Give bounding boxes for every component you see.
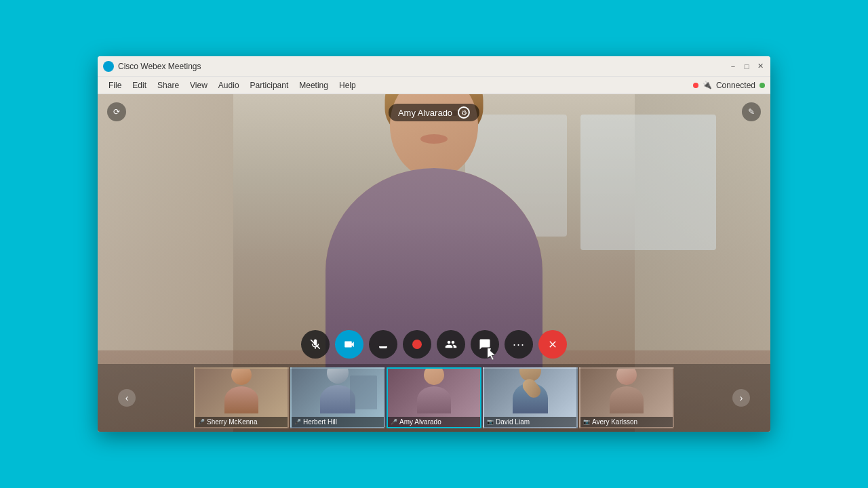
close-button[interactable]: ✕ — [755, 62, 765, 71]
thumbnail-amy-alvarado[interactable]: 🎤 Amy Alvarado — [387, 367, 481, 428]
prev-thumbnail-button[interactable]: ‹ — [118, 389, 136, 407]
share-button[interactable] — [369, 330, 397, 359]
thumbnail-label-david: 📷 David Liam — [484, 417, 576, 427]
app-window: Cisco Webex Meetings − □ ✕ File Edit Sha… — [98, 56, 770, 432]
menu-view[interactable]: View — [184, 79, 213, 92]
menu-participant[interactable]: Participant — [245, 79, 294, 92]
connected-status: Connected — [716, 81, 755, 90]
thumbnail-label-avery: 📷 Avery Karlsson — [580, 417, 673, 427]
maximize-button[interactable]: □ — [742, 62, 751, 71]
next-thumbnail-button[interactable]: › — [732, 389, 750, 407]
thumb-name-amy: Amy Alvarado — [399, 418, 441, 426]
thumbnail-sherry-mckenna[interactable]: 🎤 Sherry McKenna — [194, 367, 289, 428]
thumb-mic-icon-herbert: 🎤 — [294, 419, 301, 425]
thumbnail-david-liam[interactable]: 📷 David Liam — [483, 367, 578, 428]
note-icon[interactable]: ✎ — [742, 102, 761, 121]
thumbnail-herbert-hill[interactable]: 🎤 Herbert Hill — [290, 367, 385, 428]
thumb-name-herbert: Herbert Hill — [303, 418, 337, 426]
mute-button[interactable] — [301, 330, 330, 359]
microphone-icon: 🔌 — [703, 81, 712, 89]
record-dot — [412, 340, 422, 349]
thumbnail-strip: ‹ 🎤 Sherry McKenna — [98, 364, 770, 432]
menu-bar-right: 🔌 Connected — [693, 81, 765, 90]
speaker-settings-icon[interactable]: ⚙ — [458, 106, 470, 119]
thumb-mic-icon-david: 📷 — [487, 419, 494, 425]
speaker-name-text: Amy Alvarado — [398, 108, 452, 118]
thumb-mic-icon-amy: 🎤 — [391, 419, 397, 425]
menu-meeting[interactable]: Meeting — [294, 79, 334, 92]
camera-button[interactable] — [335, 330, 363, 359]
thumb-name-david: David Liam — [496, 418, 530, 426]
control-bar: ··· — [301, 330, 567, 359]
main-video-area: Amy Alvarado ⚙ ⟳ ✎ — [98, 94, 770, 432]
menu-bar: File Edit Share View Audio Participant M… — [98, 77, 770, 94]
thumbnail-label-amy: 🎤 Amy Alvarado — [388, 417, 480, 427]
menu-file[interactable]: File — [103, 79, 127, 92]
menu-help[interactable]: Help — [334, 79, 361, 92]
menu-edit[interactable]: Edit — [127, 79, 152, 92]
menu-audio[interactable]: Audio — [213, 79, 245, 92]
title-bar: Cisco Webex Meetings − □ ✕ — [98, 56, 770, 77]
refresh-icon[interactable]: ⟳ — [107, 102, 126, 121]
thumb-mic-icon-sherry: 🎤 — [198, 419, 205, 425]
thumbnail-label-sherry: 🎤 Sherry McKenna — [195, 417, 288, 427]
chat-button[interactable] — [471, 330, 499, 359]
thumbnail-label-herbert: 🎤 Herbert Hill — [292, 417, 384, 427]
minimize-button[interactable]: − — [728, 62, 738, 71]
app-logo — [103, 61, 114, 72]
window-title: Cisco Webex Meetings — [118, 62, 728, 71]
thumbnail-avery-karlsson[interactable]: 📷 Avery Karlsson — [579, 367, 674, 428]
end-call-button[interactable] — [538, 330, 567, 359]
participants-button[interactable] — [437, 330, 465, 359]
speaker-name-badge: Amy Alvarado ⚙ — [389, 104, 479, 121]
thumb-mic-icon-avery: 📷 — [583, 419, 590, 425]
window-controls: − □ ✕ — [728, 62, 765, 71]
thumbnail-list: 🎤 Sherry McKenna 🎤 — [137, 367, 731, 428]
more-button[interactable]: ··· — [505, 330, 533, 359]
menu-share[interactable]: Share — [152, 79, 184, 92]
thumb-name-sherry: Sherry McKenna — [207, 418, 257, 426]
record-button[interactable] — [403, 330, 431, 359]
thumb-name-avery: Avery Karlsson — [592, 418, 637, 426]
connected-indicator — [760, 83, 765, 88]
recording-indicator — [693, 83, 698, 88]
